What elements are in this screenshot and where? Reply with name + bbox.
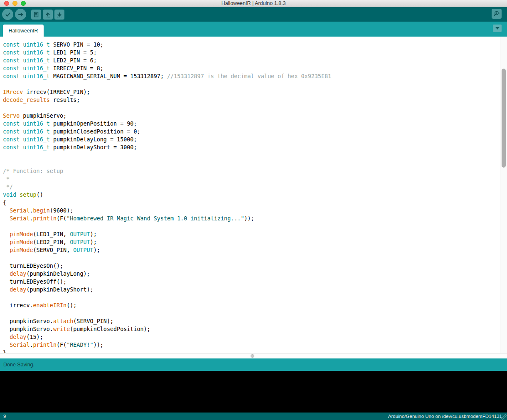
code-segment: const uint16_t bbox=[3, 128, 50, 135]
tab-bar: HalloweenIR bbox=[0, 22, 507, 37]
code-line[interactable]: pinMode(LED2_PIN, OUTPUT); bbox=[3, 238, 507, 246]
new-sketch-button[interactable] bbox=[31, 10, 41, 20]
code-line[interactable]: * bbox=[3, 175, 507, 183]
code-segment: println bbox=[33, 215, 57, 222]
code-line[interactable]: Serial.println(F("READY!")); bbox=[3, 341, 507, 349]
code-segment: SERVO_PIN = 10; bbox=[50, 42, 103, 48]
code-segment: ); bbox=[90, 239, 97, 245]
divider-grip-icon[interactable] bbox=[251, 354, 254, 358]
tab-halloweenir[interactable]: HalloweenIR bbox=[3, 25, 44, 37]
code-line[interactable] bbox=[3, 254, 507, 262]
right-arrow-icon bbox=[17, 11, 24, 18]
code-line[interactable] bbox=[3, 80, 507, 88]
code-segment: println bbox=[33, 342, 57, 348]
console-output[interactable] bbox=[0, 371, 507, 413]
code-segment: const uint16_t bbox=[3, 136, 50, 143]
code-segment: } bbox=[3, 350, 6, 353]
code-line[interactable] bbox=[3, 294, 507, 301]
code-segment: ); bbox=[90, 231, 97, 237]
arduino-ide-window: HalloweenIR | Arduino 1.8.3 bbox=[0, 0, 507, 420]
code-line[interactable] bbox=[3, 151, 507, 159]
titlebar: HalloweenIR | Arduino 1.8.3 bbox=[0, 0, 507, 7]
code-segment: delay bbox=[10, 334, 26, 340]
down-arrow-icon bbox=[56, 11, 63, 18]
code-segment: const uint16_t bbox=[3, 144, 50, 151]
chevron-down-icon bbox=[495, 27, 500, 30]
code-line[interactable]: const uint16_t IRRECV_PIN = 8; bbox=[3, 64, 507, 72]
code-segment: turnLEDEyesOn(); bbox=[3, 263, 63, 269]
code-segment: enableIRIn bbox=[33, 302, 67, 309]
code-segment: pumpkinServo; bbox=[20, 113, 66, 119]
code-line[interactable]: Serial.begin(9600); bbox=[3, 207, 507, 215]
window-title: HalloweenIR | Arduino 1.8.3 bbox=[0, 0, 507, 7]
code-segment: IRrecv bbox=[3, 89, 23, 95]
code-line[interactable]: pumpkinServo.attach(SERVO_PIN); bbox=[3, 317, 507, 325]
code-line[interactable]: turnLEDEyesOn(); bbox=[3, 262, 507, 270]
code-line[interactable] bbox=[3, 159, 507, 167]
code-area[interactable]: const uint16_t SERVO_PIN = 10;const uint… bbox=[0, 37, 507, 353]
code-segment: const uint16_t bbox=[3, 121, 50, 127]
code-line[interactable]: pumpkinServo.write(pumpkinClosedPosition… bbox=[3, 325, 507, 333]
editor-console-divider[interactable] bbox=[0, 353, 507, 358]
code-line[interactable]: delay(pumpkinDelayShort); bbox=[3, 286, 507, 294]
code-segment: const uint16_t bbox=[3, 65, 50, 72]
code-segment: . bbox=[30, 342, 33, 348]
code-segment: )); bbox=[244, 215, 254, 222]
board-port-info: Arduino/Genuino Uno on /dev/cu.usbmodemF… bbox=[388, 414, 502, 419]
code-segment: void bbox=[3, 192, 16, 198]
code-editor[interactable]: const uint16_t SERVO_PIN = 10;const uint… bbox=[0, 37, 507, 353]
code-line[interactable]: const uint16_t pumpkinClosedPosition = 0… bbox=[3, 128, 507, 136]
code-segment bbox=[3, 334, 10, 340]
code-line[interactable]: delay(15); bbox=[3, 333, 507, 341]
code-line[interactable]: const uint16_t pumpkinDelayShort = 3000; bbox=[3, 143, 507, 151]
code-line[interactable]: const uint16_t LED1_PIN = 5; bbox=[3, 49, 507, 57]
code-line[interactable]: { bbox=[3, 199, 507, 207]
code-segment: (); bbox=[66, 302, 76, 309]
code-segment: setup bbox=[20, 192, 36, 198]
code-segment: . bbox=[30, 215, 33, 222]
open-button[interactable] bbox=[43, 10, 53, 20]
code-line[interactable] bbox=[3, 309, 507, 317]
save-button[interactable] bbox=[54, 10, 64, 20]
code-segment: (F( bbox=[57, 342, 66, 348]
code-segment: (LED2_PIN, bbox=[33, 239, 70, 245]
line-number: 9 bbox=[3, 414, 6, 419]
code-segment: OUTPUT bbox=[70, 231, 90, 237]
verify-button[interactable] bbox=[2, 9, 13, 20]
code-line[interactable]: IRrecv irrecv(IRRECV_PIN); bbox=[3, 88, 507, 96]
code-segment bbox=[3, 271, 10, 277]
code-segment: delay bbox=[10, 271, 26, 277]
code-line[interactable]: irrecv.enableIRIn(); bbox=[3, 301, 507, 309]
code-segment: decode_results bbox=[3, 97, 50, 103]
serial-monitor-button[interactable] bbox=[492, 9, 502, 19]
code-line[interactable]: turnLEDEyesOff(); bbox=[3, 278, 507, 286]
code-line[interactable]: Servo pumpkinServo; bbox=[3, 112, 507, 120]
code-line[interactable]: const uint16_t pumpkinDelayLong = 15000; bbox=[3, 136, 507, 143]
code-segment: pumpkinOpenPosition = 90; bbox=[50, 121, 137, 127]
vertical-scrollbar[interactable] bbox=[500, 37, 507, 353]
upload-button[interactable] bbox=[15, 9, 26, 20]
code-segment: { bbox=[3, 200, 6, 206]
code-line[interactable]: pinMode(SERVO_PIN, OUTPUT); bbox=[3, 246, 507, 254]
code-line[interactable] bbox=[3, 222, 507, 230]
code-line[interactable]: decode_results results; bbox=[3, 96, 507, 104]
code-line[interactable]: void setup() bbox=[3, 191, 507, 199]
code-line[interactable]: const uint16_t pumpkinOpenPosition = 90; bbox=[3, 120, 507, 128]
code-line[interactable]: const uint16_t MAGICWAND_SERIAL_NUM = 15… bbox=[3, 72, 507, 80]
scrollbar-thumb[interactable] bbox=[502, 69, 506, 168]
resize-grip-icon[interactable] bbox=[501, 414, 507, 420]
code-line[interactable]: /* Function: setup bbox=[3, 167, 507, 175]
code-segment: pinMode bbox=[10, 247, 33, 253]
code-line[interactable]: pinMode(LED1_PIN, OUTPUT); bbox=[3, 230, 507, 238]
code-line[interactable]: Serial.println(F("Homebrewed IR Magic Wa… bbox=[3, 215, 507, 222]
code-line[interactable]: delay(pumpkinDelayLong); bbox=[3, 270, 507, 278]
code-segment: */ bbox=[3, 184, 13, 190]
code-line[interactable]: */ bbox=[3, 183, 507, 191]
tab-menu-button[interactable] bbox=[493, 25, 502, 32]
code-line[interactable]: } bbox=[3, 349, 507, 353]
code-segment: * bbox=[3, 176, 10, 182]
code-line[interactable]: const uint16_t LED2_PIN = 6; bbox=[3, 57, 507, 64]
code-line[interactable] bbox=[3, 104, 507, 112]
code-segment: (F( bbox=[57, 215, 66, 222]
code-line[interactable]: const uint16_t SERVO_PIN = 10; bbox=[3, 41, 507, 49]
